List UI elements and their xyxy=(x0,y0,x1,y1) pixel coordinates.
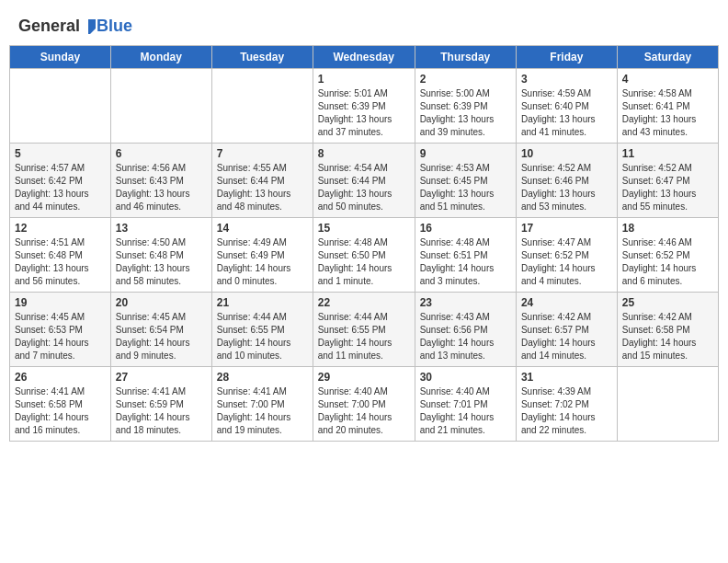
week-row-1: 1Sunrise: 5:01 AMSunset: 6:39 PMDaylight… xyxy=(10,69,719,144)
calendar-cell: 1Sunrise: 5:01 AMSunset: 6:39 PMDaylight… xyxy=(313,69,415,144)
calendar-cell: 19Sunrise: 4:45 AMSunset: 6:53 PMDayligh… xyxy=(10,293,111,367)
day-number: 1 xyxy=(318,73,410,86)
day-number: 3 xyxy=(521,73,612,86)
day-number: 10 xyxy=(521,147,612,160)
day-number: 30 xyxy=(420,371,511,384)
day-info: Sunrise: 4:40 AMSunset: 7:01 PMDaylight:… xyxy=(420,385,511,437)
calendar-cell: 4Sunrise: 4:58 AMSunset: 6:41 PMDaylight… xyxy=(617,69,718,144)
logo-general-text: General xyxy=(18,17,80,36)
calendar-cell xyxy=(110,69,211,144)
week-row-4: 19Sunrise: 4:45 AMSunset: 6:53 PMDayligh… xyxy=(10,293,719,367)
calendar-cell: 21Sunrise: 4:44 AMSunset: 6:55 PMDayligh… xyxy=(211,293,313,367)
day-number: 24 xyxy=(521,296,612,309)
day-info: Sunrise: 4:41 AMSunset: 6:58 PMDaylight:… xyxy=(15,385,106,437)
calendar-cell: 30Sunrise: 4:40 AMSunset: 7:01 PMDayligh… xyxy=(415,367,516,442)
weekday-header-monday: Monday xyxy=(110,46,211,69)
day-info: Sunrise: 4:43 AMSunset: 6:56 PMDaylight:… xyxy=(420,311,511,362)
calendar-cell: 16Sunrise: 4:48 AMSunset: 6:51 PMDayligh… xyxy=(415,218,516,293)
calendar-cell: 2Sunrise: 5:00 AMSunset: 6:39 PMDaylight… xyxy=(415,69,516,144)
day-number: 5 xyxy=(15,147,106,160)
calendar-cell: 22Sunrise: 4:44 AMSunset: 6:55 PMDayligh… xyxy=(313,293,415,367)
calendar-cell: 12Sunrise: 4:51 AMSunset: 6:48 PMDayligh… xyxy=(10,218,111,293)
weekday-header-friday: Friday xyxy=(516,46,617,69)
calendar-cell: 14Sunrise: 4:49 AMSunset: 6:49 PMDayligh… xyxy=(211,218,313,293)
logo-icon xyxy=(81,19,96,34)
day-info: Sunrise: 4:54 AMSunset: 6:44 PMDaylight:… xyxy=(318,162,410,213)
day-info: Sunrise: 4:52 AMSunset: 6:46 PMDaylight:… xyxy=(521,162,612,213)
logo: General Blue xyxy=(18,17,132,36)
day-number: 18 xyxy=(622,222,713,235)
week-row-2: 5Sunrise: 4:57 AMSunset: 6:42 PMDaylight… xyxy=(10,144,719,218)
day-number: 31 xyxy=(521,371,612,384)
day-number: 13 xyxy=(116,222,207,235)
day-info: Sunrise: 4:58 AMSunset: 6:41 PMDaylight:… xyxy=(622,87,713,139)
day-number: 17 xyxy=(521,222,612,235)
day-info: Sunrise: 4:53 AMSunset: 6:45 PMDaylight:… xyxy=(420,162,511,213)
day-info: Sunrise: 4:51 AMSunset: 6:48 PMDaylight:… xyxy=(15,236,106,288)
day-info: Sunrise: 4:48 AMSunset: 6:50 PMDaylight:… xyxy=(318,236,410,288)
day-number: 15 xyxy=(318,222,410,235)
calendar-cell: 18Sunrise: 4:46 AMSunset: 6:52 PMDayligh… xyxy=(617,218,718,293)
calendar-cell: 11Sunrise: 4:52 AMSunset: 6:47 PMDayligh… xyxy=(617,144,718,218)
day-info: Sunrise: 4:41 AMSunset: 6:59 PMDaylight:… xyxy=(116,385,207,437)
day-info: Sunrise: 4:47 AMSunset: 6:52 PMDaylight:… xyxy=(521,236,612,288)
calendar-cell: 31Sunrise: 4:39 AMSunset: 7:02 PMDayligh… xyxy=(516,367,617,442)
weekday-header-wednesday: Wednesday xyxy=(313,46,415,69)
day-number: 19 xyxy=(15,296,106,309)
day-number: 6 xyxy=(116,147,207,160)
day-info: Sunrise: 4:56 AMSunset: 6:43 PMDaylight:… xyxy=(116,162,207,213)
day-info: Sunrise: 4:55 AMSunset: 6:44 PMDaylight:… xyxy=(217,162,308,213)
day-number: 4 xyxy=(622,73,713,86)
day-info: Sunrise: 4:57 AMSunset: 6:42 PMDaylight:… xyxy=(15,162,106,213)
day-info: Sunrise: 4:42 AMSunset: 6:57 PMDaylight:… xyxy=(521,311,612,362)
calendar-cell: 7Sunrise: 4:55 AMSunset: 6:44 PMDaylight… xyxy=(211,144,313,218)
day-number: 14 xyxy=(217,222,308,235)
day-number: 26 xyxy=(15,371,106,384)
calendar-cell: 25Sunrise: 4:42 AMSunset: 6:58 PMDayligh… xyxy=(617,293,718,367)
day-info: Sunrise: 4:48 AMSunset: 6:51 PMDaylight:… xyxy=(420,236,511,288)
calendar-table: SundayMondayTuesdayWednesdayThursdayFrid… xyxy=(9,45,719,442)
day-info: Sunrise: 4:52 AMSunset: 6:47 PMDaylight:… xyxy=(622,162,713,213)
page-header: General Blue xyxy=(9,9,719,40)
day-info: Sunrise: 4:45 AMSunset: 6:54 PMDaylight:… xyxy=(116,311,207,362)
calendar-cell: 6Sunrise: 4:56 AMSunset: 6:43 PMDaylight… xyxy=(110,144,211,218)
day-number: 11 xyxy=(622,147,713,160)
day-info: Sunrise: 4:39 AMSunset: 7:02 PMDaylight:… xyxy=(521,385,612,437)
week-row-5: 26Sunrise: 4:41 AMSunset: 6:58 PMDayligh… xyxy=(10,367,719,442)
weekday-header-tuesday: Tuesday xyxy=(211,46,313,69)
day-number: 12 xyxy=(15,222,106,235)
day-info: Sunrise: 5:01 AMSunset: 6:39 PMDaylight:… xyxy=(318,87,410,139)
logo-blue-text: Blue xyxy=(97,17,132,36)
day-number: 23 xyxy=(420,296,511,309)
day-number: 25 xyxy=(622,296,713,309)
calendar-cell: 27Sunrise: 4:41 AMSunset: 6:59 PMDayligh… xyxy=(110,367,211,442)
calendar-cell: 8Sunrise: 4:54 AMSunset: 6:44 PMDaylight… xyxy=(313,144,415,218)
day-info: Sunrise: 4:59 AMSunset: 6:40 PMDaylight:… xyxy=(521,87,612,139)
calendar-cell: 5Sunrise: 4:57 AMSunset: 6:42 PMDaylight… xyxy=(10,144,111,218)
day-info: Sunrise: 4:44 AMSunset: 6:55 PMDaylight:… xyxy=(318,311,410,362)
day-number: 21 xyxy=(217,296,308,309)
calendar-cell: 28Sunrise: 4:41 AMSunset: 7:00 PMDayligh… xyxy=(211,367,313,442)
day-number: 20 xyxy=(116,296,207,309)
weekday-header-saturday: Saturday xyxy=(617,46,718,69)
day-number: 9 xyxy=(420,147,511,160)
day-info: Sunrise: 4:40 AMSunset: 7:00 PMDaylight:… xyxy=(318,385,410,437)
day-info: Sunrise: 4:49 AMSunset: 6:49 PMDaylight:… xyxy=(217,236,308,288)
day-number: 8 xyxy=(318,147,410,160)
calendar-cell: 9Sunrise: 4:53 AMSunset: 6:45 PMDaylight… xyxy=(415,144,516,218)
day-number: 7 xyxy=(217,147,308,160)
calendar-cell: 20Sunrise: 4:45 AMSunset: 6:54 PMDayligh… xyxy=(110,293,211,367)
calendar-cell: 24Sunrise: 4:42 AMSunset: 6:57 PMDayligh… xyxy=(516,293,617,367)
day-info: Sunrise: 4:42 AMSunset: 6:58 PMDaylight:… xyxy=(622,311,713,362)
day-number: 29 xyxy=(318,371,410,384)
day-info: Sunrise: 4:41 AMSunset: 7:00 PMDaylight:… xyxy=(217,385,308,437)
calendar-cell: 15Sunrise: 4:48 AMSunset: 6:50 PMDayligh… xyxy=(313,218,415,293)
calendar-cell: 10Sunrise: 4:52 AMSunset: 6:46 PMDayligh… xyxy=(516,144,617,218)
day-number: 27 xyxy=(116,371,207,384)
day-number: 22 xyxy=(318,296,410,309)
day-info: Sunrise: 4:45 AMSunset: 6:53 PMDaylight:… xyxy=(15,311,106,362)
svg-marker-0 xyxy=(88,19,96,34)
calendar-cell xyxy=(211,69,313,144)
calendar-cell: 3Sunrise: 4:59 AMSunset: 6:40 PMDaylight… xyxy=(516,69,617,144)
day-info: Sunrise: 4:50 AMSunset: 6:48 PMDaylight:… xyxy=(116,236,207,288)
